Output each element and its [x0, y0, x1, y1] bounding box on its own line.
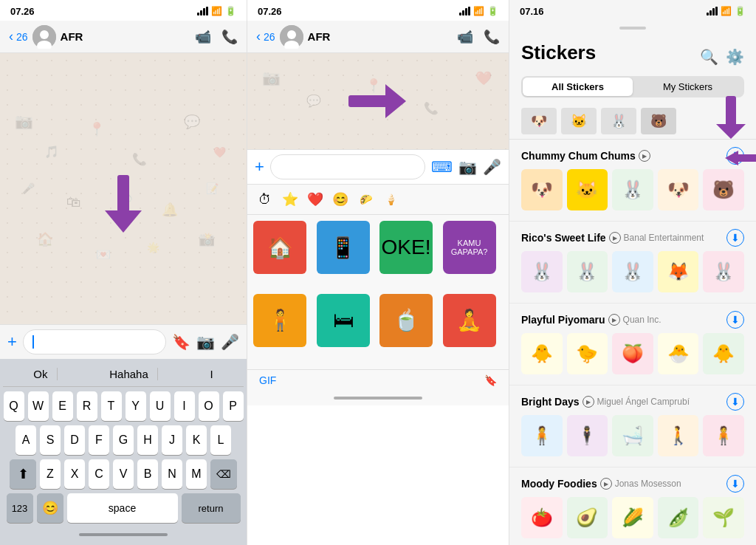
key-n[interactable]: N: [162, 459, 182, 489]
play-button-rico[interactable]: ▶: [609, 232, 621, 244]
tab-my-stickers[interactable]: My Stickers: [633, 78, 743, 96]
settings-icon[interactable]: ⚙️: [726, 48, 744, 66]
sticker-thumb-piyo-1[interactable]: 🐥: [521, 333, 563, 374]
sticker-button-1[interactable]: 🔖: [172, 333, 190, 351]
sticker-item-4[interactable]: KAMUGAPAPA?: [443, 221, 496, 274]
sticker-item-8[interactable]: 🧘: [443, 294, 496, 347]
sticker-item-3[interactable]: OKE!: [379, 221, 433, 274]
key-o[interactable]: O: [199, 391, 219, 421]
nav-actions-2[interactable]: 📹 📞: [457, 29, 500, 45]
sticker-thumb-piyo-5[interactable]: 🐥: [703, 333, 744, 374]
sticker-item-7[interactable]: 🍵: [379, 294, 433, 347]
sticker-thumb-rico-5[interactable]: 🐰: [703, 251, 744, 292]
key-p[interactable]: P: [223, 391, 244, 421]
sticker-thumb-chummy-4[interactable]: 🐶: [658, 169, 699, 210]
back-button-2[interactable]: ‹ 26: [256, 29, 275, 44]
key-f[interactable]: F: [89, 425, 109, 455]
phone-icon-1[interactable]: 📞: [221, 29, 238, 45]
key-space[interactable]: space: [67, 493, 178, 523]
key-q[interactable]: Q: [4, 391, 24, 421]
sticker-tab-ice[interactable]: 🍦: [380, 189, 401, 210]
key-123[interactable]: 123: [7, 493, 33, 523]
key-return[interactable]: return: [182, 493, 241, 523]
sticker-thumb-chummy-3[interactable]: 🐰: [612, 169, 653, 210]
play-button-bright[interactable]: ▶: [583, 396, 594, 408]
sticker-tab-heart[interactable]: ❤️: [305, 189, 326, 210]
download-button-moody[interactable]: ⬇: [726, 475, 744, 493]
key-s[interactable]: S: [40, 425, 61, 455]
sticker-thumb-rico-3[interactable]: 🐰: [612, 251, 653, 292]
key-a[interactable]: A: [16, 425, 36, 455]
video-call-icon-1[interactable]: 📹: [195, 29, 211, 45]
play-button-piyomaru[interactable]: ▶: [608, 314, 620, 326]
key-b[interactable]: B: [137, 459, 158, 489]
suggestion-i[interactable]: I: [201, 368, 221, 380]
sticker-item-5[interactable]: 🧍: [253, 294, 306, 347]
play-button-moody[interactable]: ▶: [600, 478, 612, 490]
download-button-rico[interactable]: ⬇: [726, 229, 744, 247]
key-i[interactable]: I: [174, 391, 195, 421]
sticker-thumb-piyo-3[interactable]: 🍑: [612, 333, 653, 374]
download-button-piyomaru[interactable]: ⬇: [726, 311, 744, 329]
sticker-thumb-chummy-1[interactable]: 🐶: [521, 169, 563, 210]
sticker-thumb-bright-2[interactable]: 🕴️: [567, 415, 608, 456]
message-input-2[interactable]: [270, 154, 425, 179]
key-y[interactable]: Y: [126, 391, 146, 421]
sticker-tab-food[interactable]: 🌮: [355, 189, 376, 210]
mic-button-1[interactable]: 🎤: [221, 333, 239, 351]
key-d[interactable]: D: [64, 425, 85, 455]
search-icon[interactable]: 🔍: [700, 48, 718, 66]
download-button-bright[interactable]: ⬇: [726, 393, 744, 411]
sticker-tab-face[interactable]: 😊: [330, 189, 351, 210]
key-shift[interactable]: ⬆: [10, 459, 36, 489]
key-l[interactable]: L: [210, 425, 231, 455]
sticker-item-6[interactable]: 🛏: [317, 294, 370, 347]
camera-button-1[interactable]: 📷: [196, 333, 215, 351]
sticker-thumb-moody-2[interactable]: 🥑: [567, 497, 608, 538]
sticker-item-1[interactable]: 🏠: [253, 221, 306, 274]
mic-button-2[interactable]: 🎤: [483, 158, 501, 176]
key-j[interactable]: J: [162, 425, 182, 455]
nav-actions-1[interactable]: 📹 📞: [195, 29, 238, 45]
key-w[interactable]: W: [28, 391, 49, 421]
key-h[interactable]: H: [137, 425, 158, 455]
sticker-thumb-moody-5[interactable]: 🌱: [703, 497, 744, 538]
key-delete[interactable]: ⌫: [210, 459, 237, 489]
sticker-tab-star[interactable]: ⭐: [280, 189, 300, 210]
message-input-1[interactable]: [23, 329, 166, 354]
key-emoji[interactable]: 😊: [37, 493, 63, 523]
camera-button-2[interactable]: 📷: [458, 158, 477, 176]
sticker-thumb-rico-4[interactable]: 🦊: [658, 251, 699, 292]
key-v[interactable]: V: [113, 459, 134, 489]
sticker-thumb-moody-1[interactable]: 🍅: [521, 497, 563, 538]
sticker-thumb-moody-3[interactable]: 🌽: [612, 497, 653, 538]
key-m[interactable]: M: [186, 459, 207, 489]
key-u[interactable]: U: [150, 391, 171, 421]
suggestion-ok[interactable]: Ok: [24, 368, 57, 380]
sticker-thumb-rico-2[interactable]: 🐰: [567, 251, 608, 292]
plus-button-1[interactable]: +: [7, 332, 17, 352]
keyboard-toggle-2[interactable]: ⌨: [431, 158, 453, 176]
sticker-toggle-button[interactable]: 🔖: [484, 374, 497, 386]
back-button-1[interactable]: ‹ 26: [9, 29, 28, 44]
key-x[interactable]: X: [64, 459, 85, 489]
video-call-icon-2[interactable]: 📹: [457, 29, 473, 45]
sticker-thumb-chummy-5[interactable]: 🐻: [703, 169, 744, 210]
play-button-chummy[interactable]: ▶: [639, 150, 650, 162]
sticker-thumb-rico-1[interactable]: 🐰: [521, 251, 563, 292]
phone-icon-2[interactable]: 📞: [484, 29, 500, 45]
sticker-thumb-moody-4[interactable]: 🫛: [658, 497, 699, 538]
key-e[interactable]: E: [52, 391, 73, 421]
plus-button-2[interactable]: +: [255, 157, 264, 176]
key-k[interactable]: K: [186, 425, 207, 455]
sticker-thumb-bright-4[interactable]: 🚶: [658, 415, 699, 456]
sticker-thumb-chummy-2[interactable]: 🐱: [567, 169, 608, 210]
key-r[interactable]: R: [77, 391, 97, 421]
sticker-thumb-bright-5[interactable]: 🧍: [703, 415, 744, 456]
key-t[interactable]: T: [101, 391, 122, 421]
sticker-thumb-bright-1[interactable]: 🧍: [521, 415, 563, 456]
sticker-thumb-piyo-2[interactable]: 🐤: [567, 333, 608, 374]
suggestion-hahaha[interactable]: Hahaha: [100, 368, 158, 380]
sticker-item-2[interactable]: 📱: [317, 221, 370, 274]
sticker-thumb-bright-3[interactable]: 🛁: [612, 415, 653, 456]
